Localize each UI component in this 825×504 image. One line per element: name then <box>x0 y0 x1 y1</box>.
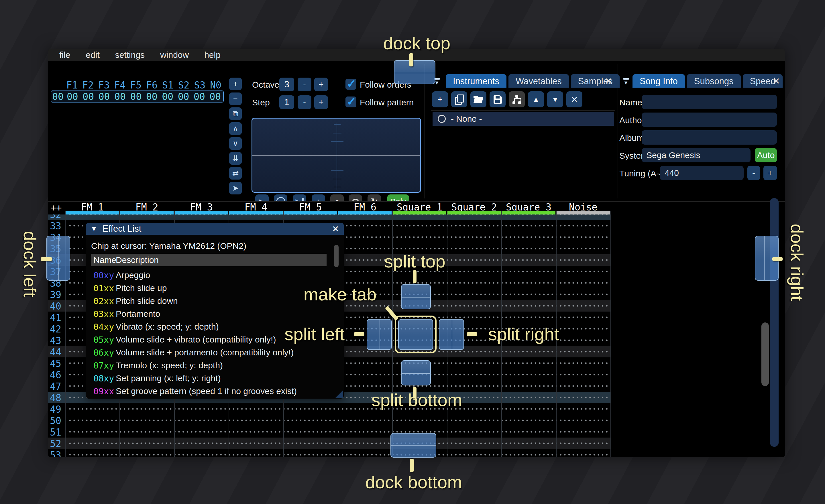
dock-top-target[interactable] <box>394 60 435 84</box>
desktop: fileeditsettingswindowhelp F1F2F3F4F5F6S… <box>0 0 825 504</box>
split-left-target[interactable] <box>367 319 392 350</box>
split-bottom-target[interactable] <box>401 360 431 386</box>
make-tab-target[interactable] <box>398 319 433 350</box>
dock-left-pointer <box>41 257 52 261</box>
split-top-target[interactable] <box>401 284 431 309</box>
dock-top-label: dock top <box>383 33 450 53</box>
split-bottom-label: split bottom <box>371 390 462 410</box>
make-tab-label: make tab <box>303 284 376 305</box>
docking-overlay: dock top dock left dock right dock botto… <box>0 0 825 504</box>
split-right-target[interactable] <box>439 319 464 350</box>
dock-right-pointer <box>772 257 782 261</box>
dock-top-pointer <box>409 53 413 67</box>
split-top-label: split top <box>384 251 445 271</box>
split-right-pointer <box>467 332 477 336</box>
dock-bottom-target[interactable] <box>390 433 436 457</box>
split-right-label: split right <box>488 324 559 344</box>
split-top-pointer <box>413 270 417 283</box>
dock-bottom-pointer <box>410 459 414 472</box>
split-left-pointer <box>354 332 364 336</box>
dock-bottom-label: dock bottom <box>365 472 462 492</box>
dock-left-label: dock left <box>20 231 40 297</box>
dock-right-label: dock right <box>787 224 807 301</box>
split-left-label: split left <box>285 324 345 344</box>
